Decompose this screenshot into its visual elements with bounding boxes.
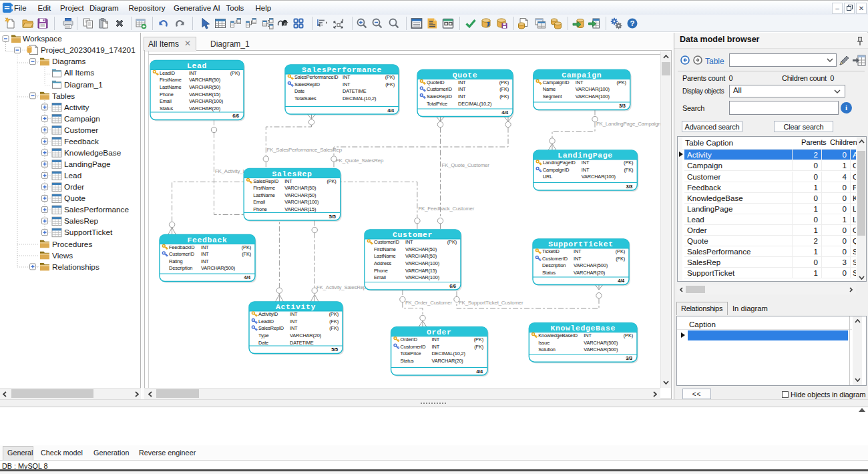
- svg-text:FK_Order_Customer: FK_Order_Customer: [405, 300, 452, 306]
- svg-text:INT: INT: [201, 244, 209, 250]
- svg-text:INT: INT: [343, 81, 351, 87]
- svg-text:3/3: 3/3: [626, 355, 632, 361]
- svg-text:VARCHAR(500): VARCHAR(500): [201, 265, 235, 271]
- svg-text:LeadID: LeadID: [160, 70, 175, 76]
- svg-text:VARCHAR(50): VARCHAR(50): [189, 77, 220, 83]
- svg-text:FeedbackID: FeedbackID: [169, 244, 194, 250]
- svg-text:4/4: 4/4: [476, 369, 483, 375]
- svg-text:Name: Name: [543, 86, 556, 92]
- svg-text:VARCHAR(20): VARCHAR(20): [189, 105, 220, 111]
- svg-text:5/5: 5/5: [329, 214, 336, 220]
- svg-text:VARCHAR(50): VARCHAR(50): [405, 253, 437, 259]
- svg-text:VARCHAR(50): VARCHAR(50): [405, 246, 437, 252]
- svg-text:LeadID: LeadID: [258, 318, 274, 324]
- svg-text:(FK): (FK): [329, 325, 339, 331]
- svg-text:INT: INT: [458, 79, 466, 85]
- svg-text:Customer: Customer: [393, 230, 433, 239]
- svg-text:VARCHAR(100): VARCHAR(100): [576, 93, 610, 99]
- svg-text:Email: Email: [374, 274, 386, 280]
- svg-text:Type: Type: [258, 332, 268, 338]
- svg-text:3/3: 3/3: [619, 103, 626, 109]
- svg-text:KnowledgeBase: KnowledgeBase: [64, 148, 122, 158]
- svg-text:SalesRepID: SalesRepID: [294, 81, 320, 87]
- svg-text:Customer: Customer: [64, 126, 98, 135]
- svg-text:VARCHAR(50): VARCHAR(50): [284, 192, 316, 198]
- svg-text:LastName: LastName: [374, 253, 396, 259]
- svg-text:SalesPerformance: SalesPerformance: [64, 205, 129, 214]
- svg-text:Address: Address: [374, 260, 392, 266]
- svg-text:Feedback: Feedback: [64, 137, 99, 146]
- svg-text:Diagram_1: Diagram_1: [64, 80, 103, 89]
- svg-text:INT: INT: [584, 332, 592, 338]
- svg-text:CustomerID: CustomerID: [169, 251, 194, 257]
- svg-text:Feedback: Feedback: [187, 236, 227, 244]
- svg-text:FK_LandingPage_Campaign: FK_LandingPage_Campaign: [596, 121, 660, 127]
- svg-text:SupportTicket: SupportTicket: [548, 240, 614, 248]
- svg-text:INT: INT: [343, 74, 351, 80]
- svg-text:(PK): (PK): [385, 74, 395, 80]
- svg-text:LastName: LastName: [160, 84, 182, 90]
- svg-text:Solution: Solution: [538, 346, 556, 352]
- svg-text:4/4: 4/4: [387, 107, 395, 113]
- svg-text:Status: Status: [542, 270, 556, 276]
- svg-text:5/5: 5/5: [331, 346, 338, 352]
- svg-text:CampaignID: CampaignID: [543, 79, 570, 85]
- svg-text:SalesRepID: SalesRepID: [253, 178, 278, 184]
- svg-text:INT: INT: [189, 70, 197, 76]
- svg-text:(PK): (PK): [624, 160, 633, 166]
- svg-text:All Items: All Items: [64, 68, 94, 77]
- svg-text:Activity: Activity: [64, 103, 89, 112]
- svg-text:DECIMAL(10,2): DECIMAL(10,2): [432, 350, 465, 357]
- svg-text:Phone: Phone: [253, 206, 267, 212]
- svg-text:VARCHAR(500): VARCHAR(500): [584, 346, 618, 352]
- svg-text:(FK): (FK): [624, 167, 634, 173]
- svg-text:VARCHAR(20): VARCHAR(20): [574, 270, 605, 276]
- svg-text:(PK): (PK): [230, 70, 240, 76]
- svg-text:INT: INT: [432, 336, 440, 342]
- svg-text:INT: INT: [458, 93, 466, 99]
- svg-text:TotalSales: TotalSales: [294, 95, 316, 101]
- svg-text:?: ?: [630, 19, 634, 27]
- svg-text:Issue: Issue: [538, 340, 550, 346]
- svg-text:(PK): (PK): [242, 244, 251, 250]
- svg-text:Order: Order: [64, 182, 84, 192]
- svg-text:SalesRepID: SalesRepID: [258, 325, 284, 331]
- svg-text:LandingPage: LandingPage: [64, 160, 111, 169]
- svg-text:VARCHAR(100): VARCHAR(100): [576, 86, 610, 92]
- svg-text:SupportTicket: SupportTicket: [64, 228, 113, 237]
- svg-text:Date: Date: [258, 340, 268, 346]
- svg-text:INT: INT: [458, 86, 466, 92]
- svg-text:Quote: Quote: [64, 194, 86, 203]
- svg-text:FirstName: FirstName: [253, 185, 275, 191]
- svg-text:ActivityID: ActivityID: [258, 311, 278, 317]
- svg-text:VARCHAR(15): VARCHAR(15): [405, 268, 437, 274]
- svg-text:VARCHAR(15): VARCHAR(15): [189, 91, 220, 97]
- svg-text:SalesPerformance: SalesPerformance: [302, 65, 382, 74]
- svg-text:TicketID: TicketID: [542, 248, 560, 254]
- svg-text:Activity: Activity: [276, 302, 316, 311]
- svg-text:DECIMAL(10,2): DECIMAL(10,2): [343, 95, 376, 101]
- svg-text:(PK): (PK): [447, 239, 457, 245]
- svg-text:INT: INT: [432, 344, 440, 350]
- svg-text:VARCHAR(500): VARCHAR(500): [574, 262, 608, 268]
- svg-text:(PK): (PK): [499, 79, 509, 85]
- svg-text:Relationships: Relationships: [52, 262, 99, 272]
- svg-text:CustomerID: CustomerID: [542, 256, 568, 262]
- svg-text:INT: INT: [201, 258, 209, 264]
- svg-text:Status: Status: [160, 105, 174, 111]
- svg-text:Tables: Tables: [52, 91, 75, 101]
- svg-text:INT: INT: [576, 79, 584, 85]
- svg-text:Segment: Segment: [543, 93, 562, 99]
- svg-text:VARCHAR(100): VARCHAR(100): [405, 274, 439, 280]
- svg-text:Phone: Phone: [374, 268, 388, 274]
- svg-text:KnowledgeBaseID: KnowledgeBaseID: [538, 332, 578, 338]
- svg-text:Procedures: Procedures: [52, 240, 92, 249]
- svg-text:Order: Order: [427, 328, 452, 336]
- svg-text:Views: Views: [52, 251, 73, 260]
- svg-text:4/4: 4/4: [244, 274, 251, 280]
- svg-text:Description: Description: [542, 262, 566, 268]
- svg-text:VARCHAR(20): VARCHAR(20): [290, 332, 321, 338]
- svg-text:FK_Quote_SalesRep: FK_Quote_SalesRep: [336, 158, 384, 164]
- svg-text:FK_Quote_Customer: FK_Quote_Customer: [442, 162, 490, 168]
- svg-text:CustomerID: CustomerID: [427, 86, 452, 92]
